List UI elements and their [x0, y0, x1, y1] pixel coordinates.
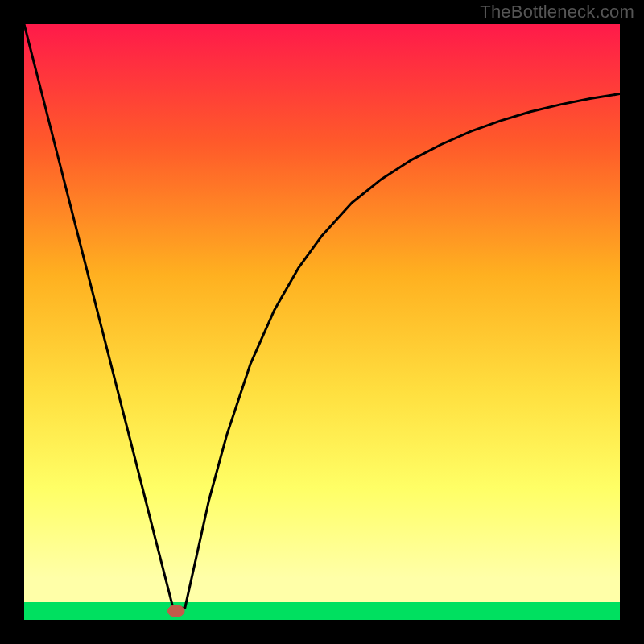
chart-svg	[24, 24, 620, 620]
gradient-background	[24, 24, 620, 620]
chart-frame: TheBottleneck.com	[0, 0, 644, 644]
optimal-marker-icon	[167, 605, 184, 617]
brand-watermark: TheBottleneck.com	[480, 2, 634, 23]
plot-area	[24, 24, 620, 620]
